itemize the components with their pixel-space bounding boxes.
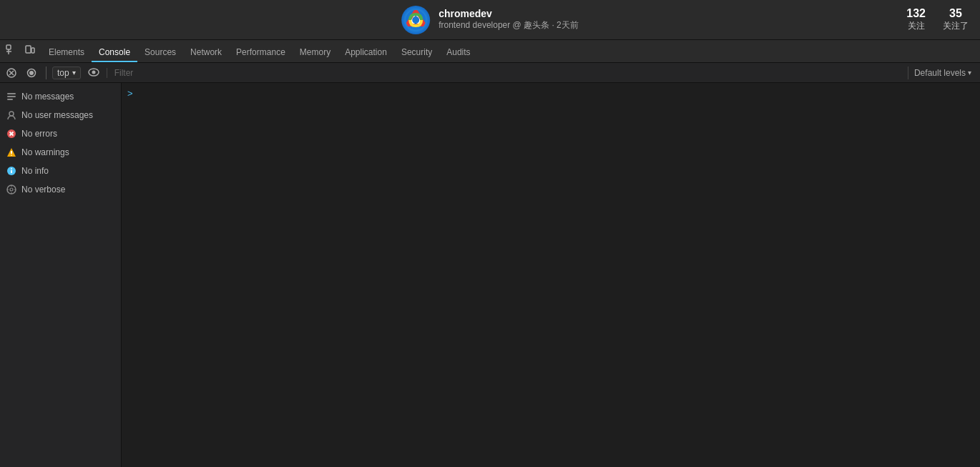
tab-application[interactable]: Application [338, 44, 394, 62]
tab-sources[interactable]: Sources [137, 44, 183, 62]
tab-memory[interactable]: Memory [293, 44, 338, 62]
tab-console[interactable]: Console [92, 44, 137, 62]
sidebar-item-errors[interactable]: No errors [0, 124, 121, 143]
console-area: > [122, 83, 980, 467]
levels-arrow-icon: ▾ [968, 69, 971, 77]
context-selector[interactable]: top ▾ [52, 67, 81, 79]
svg-point-25 [11, 154, 12, 156]
sidebar-item-messages[interactable]: No messages [0, 87, 121, 106]
context-arrow-icon: ▾ [72, 69, 76, 77]
errors-icon [6, 128, 17, 139]
console-prompt: > [122, 83, 980, 103]
clear-console-button[interactable] [3, 67, 20, 79]
sidebar-item-verbose[interactable]: No verbose [0, 180, 121, 199]
sidebar-item-info[interactable]: No info [0, 162, 121, 180]
followers-label: 关注 [908, 20, 925, 32]
console-input[interactable] [136, 87, 974, 97]
svg-rect-8 [31, 48, 34, 53]
svg-rect-7 [26, 46, 31, 53]
user-messages-label: No user messages [21, 110, 93, 120]
info-icon [6, 165, 17, 177]
tab-audits[interactable]: Audits [439, 44, 477, 62]
errors-label: No errors [21, 129, 57, 139]
top-bar-stats: 132 关注 35 关注了 [906, 7, 969, 32]
tab-performance[interactable]: Performance [229, 44, 293, 62]
stop-recording-button[interactable] [23, 67, 40, 79]
stat-followers: 132 关注 [906, 7, 926, 32]
svg-point-30 [10, 188, 13, 191]
messages-icon [6, 91, 17, 102]
tab-elements[interactable]: Elements [41, 44, 92, 62]
top-bar-user: chromedev frontend developer @ 趣头条 · 2天前 [438, 8, 579, 31]
user-messages-icon [6, 109, 17, 121]
messages-label: No messages [21, 92, 74, 102]
svg-point-13 [29, 71, 34, 75]
info-label: No info [21, 166, 49, 176]
svg-point-15 [92, 70, 95, 74]
main-area: No messages No user messages No errors [0, 83, 980, 467]
console-sidebar: No messages No user messages No errors [0, 83, 122, 467]
context-value: top [57, 68, 69, 78]
tab-security[interactable]: Security [394, 44, 439, 62]
tab-network[interactable]: Network [183, 44, 229, 62]
warnings-label: No warnings [21, 147, 69, 157]
svg-rect-16 [7, 93, 16, 94]
top-bar: chromedev frontend developer @ 趣头条 · 2天前… [0, 0, 980, 40]
svg-rect-17 [7, 96, 16, 97]
following-label: 关注了 [943, 20, 969, 32]
user-subtitle: frontend developer @ 趣头条 · 2天前 [438, 19, 579, 31]
chrome-logo-icon [401, 6, 430, 34]
verbose-icon [6, 184, 17, 195]
username: chromedev [438, 8, 579, 19]
verbose-label: No verbose [21, 185, 65, 195]
console-toolbar: top ▾ Default levels ▾ [0, 63, 980, 83]
sidebar-item-user-messages[interactable]: No user messages [0, 106, 121, 124]
svg-rect-18 [7, 99, 13, 100]
following-count: 35 [949, 7, 962, 20]
svg-rect-4 [6, 45, 11, 49]
filter-container [107, 68, 905, 78]
sidebar-item-warnings[interactable]: No warnings [0, 143, 121, 162]
svg-point-19 [9, 112, 14, 116]
eye-button[interactable] [84, 66, 104, 80]
toolbar-separator-1 [46, 67, 46, 79]
top-bar-center: chromedev frontend developer @ 趣头条 · 2天前 [401, 6, 579, 34]
followers-count: 132 [906, 7, 926, 20]
svg-point-28 [11, 168, 12, 169]
levels-label: Default levels [914, 68, 966, 78]
filter-input[interactable] [112, 68, 905, 78]
warnings-icon [6, 147, 17, 158]
device-toolbar-icon[interactable] [21, 43, 39, 59]
levels-button[interactable]: Default levels ▾ [908, 67, 977, 79]
stat-following: 35 关注了 [943, 7, 969, 32]
prompt-arrow-icon: > [127, 88, 133, 99]
inspect-element-icon[interactable] [3, 43, 20, 59]
